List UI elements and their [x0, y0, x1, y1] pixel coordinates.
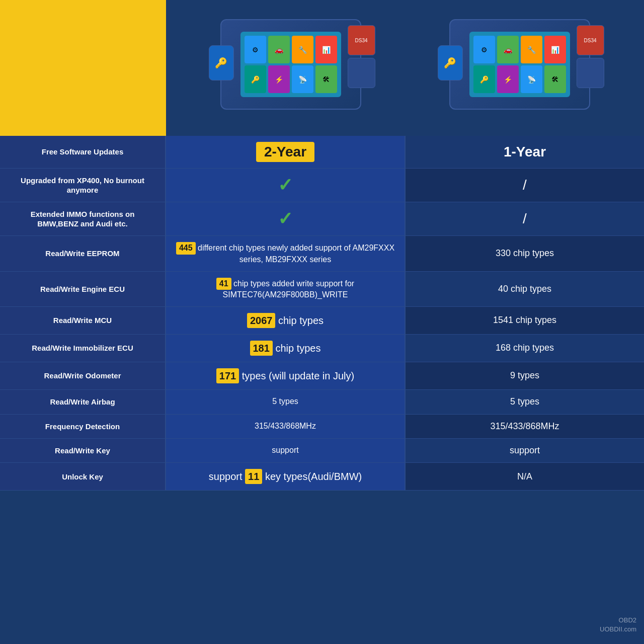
std-cell: 315/433/868MHz: [406, 415, 644, 438]
feature-cell: Extended IMMO functions on BMW,BENZ and …: [0, 202, 166, 235]
feature-label: Read/Write Key: [55, 446, 110, 456]
pro-highlight-num: 181: [250, 341, 273, 356]
table-row: Read/Write Keysupportsupport: [0, 439, 644, 463]
std-screen-icon-4: 📊: [544, 36, 566, 63]
feature-cell: Frequency Detection: [0, 415, 166, 438]
watermark: OBD2UOBDII.com: [600, 616, 636, 634]
accessory-2: [348, 58, 375, 88]
feature-cell: Free Software Updates: [0, 136, 166, 168]
std-content: 315/433/868MHz: [490, 421, 559, 432]
std-cell: 5 types: [406, 390, 644, 414]
std-device-image: 🔑 ⚙ 🚗 🔧 📊 🔑 ⚡ 📡 🛠 DS34: [449, 19, 590, 110]
table-row: Read/Write MCU2067 chip types1541 chip t…: [0, 307, 644, 335]
feature-cell: Read/Write Airbag: [0, 390, 166, 414]
pro-cell: 2-Year: [166, 136, 406, 168]
comparison-table: Free Software Updates2-Year1-YearUpgrade…: [0, 136, 644, 644]
pro-content: 2067 chip types: [247, 313, 324, 328]
std-content: 40 chip types: [498, 283, 551, 295]
feature-cell: Read/Write Key: [0, 439, 166, 462]
feature-label: Read/Write Engine ECU: [40, 284, 125, 294]
pro-cell: 445 different chip types newly added sup…: [166, 236, 406, 271]
table-row: Read/Write Engine ECU41 chip types added…: [0, 272, 644, 307]
pro-highlight-num: 41: [216, 278, 231, 290]
pro-checkmark: ✓: [278, 208, 293, 229]
table-row: Upgraded from XP400, No burnout anymore✓…: [0, 169, 644, 202]
table-row: Read/Write Airbag5 types5 types: [0, 390, 644, 414]
pro-cell: 315/433/868MHz: [166, 415, 406, 438]
table-row: Frequency Detection315/433/868MHz315/433…: [0, 415, 644, 439]
std-content: 9 types: [510, 370, 539, 381]
std-cell: 40 chip types: [406, 272, 644, 307]
pro-accessories: DS34: [348, 25, 375, 88]
std-cell: 9 types: [406, 362, 644, 389]
screen-icon-7: 📡: [292, 65, 313, 93]
pro-cell: ✓: [166, 169, 406, 202]
std-content: 330 chip types: [496, 248, 554, 259]
std-screen-icon-5: 🔑: [473, 65, 495, 93]
std-cell: /: [406, 202, 644, 235]
feature-cell: Read/Write MCU: [0, 307, 166, 334]
pro-key-fob: 🔑: [209, 45, 234, 80]
std-content: support: [510, 445, 540, 456]
main-container: 🔑 ⚙ 🚗 🔧 📊 🔑 ⚡ 📡 🛠 DS34: [0, 0, 644, 644]
std-cell: N/A: [406, 463, 644, 490]
std-cell: support: [406, 439, 644, 462]
std-accessory-2: [577, 58, 604, 88]
feature-label: Read/Write Airbag: [50, 397, 115, 407]
pro-cell: 2067 chip types: [166, 307, 406, 334]
std-product-box: 🔑 ⚙ 🚗 🔧 📊 🔑 ⚡ 📡 🛠 DS34: [449, 19, 590, 117]
feature-label: Read/Write Immobilizer ECU: [32, 343, 133, 353]
pro-2year: 2-Year: [256, 142, 314, 162]
table-row: Read/Write Immobilizer ECU181 chip types…: [0, 335, 644, 362]
std-slash: /: [523, 177, 527, 193]
pro-cell: ✓: [166, 202, 406, 235]
pro-highlight-num: 445: [176, 242, 196, 255]
pro-content: 445 different chip types newly added sup…: [174, 242, 397, 265]
feature-cell: Read/Write Odometer: [0, 362, 166, 389]
pro-content: support: [272, 445, 298, 456]
feature-label: Free Software Updates: [42, 147, 124, 157]
std-key-fob: 🔑: [438, 45, 463, 80]
table-row: Free Software Updates2-Year1-Year: [0, 136, 644, 169]
pro-content: 315/433/868MHz: [255, 421, 316, 432]
std-content: 1541 chip types: [493, 314, 556, 326]
std-content: N/A: [517, 471, 532, 482]
pro-cell: support: [166, 439, 406, 462]
immo-title-block: [0, 0, 166, 136]
pro-highlight-num: 11: [245, 469, 262, 484]
std-screen-icon-6: ⚡: [497, 65, 519, 93]
pro-cell: support 11 key types(Audi/BMW): [166, 463, 406, 490]
feature-cell: Read/Write Immobilizer ECU: [0, 335, 166, 362]
std-screen-icon-7: 📡: [521, 65, 542, 93]
feature-label: Read/Write EEPROM: [45, 249, 119, 259]
screen-icon-6: ⚡: [268, 65, 290, 93]
pro-checkmark: ✓: [278, 175, 293, 196]
feature-cell: Upgraded from XP400, No burnout anymore: [0, 169, 166, 202]
feature-cell: Unlock Key: [0, 463, 166, 490]
table-row: Extended IMMO functions on BMW,BENZ and …: [0, 202, 644, 236]
std-content: 168 chip types: [496, 342, 554, 354]
header-section: 🔑 ⚙ 🚗 🔧 📊 🔑 ⚡ 📡 🛠 DS34: [0, 0, 644, 136]
pro-product-box: 🔑 ⚙ 🚗 🔧 📊 🔑 ⚡ 📡 🛠 DS34: [220, 19, 361, 117]
feature-label: Unlock Key: [62, 472, 103, 482]
pro-content: support 11 key types(Audi/BMW): [209, 469, 362, 484]
std-cell: /: [406, 169, 644, 202]
std-1year: 1-Year: [504, 144, 546, 160]
screen-icon-5: 🔑: [245, 65, 266, 93]
screen-icon-8: 🛠: [315, 65, 337, 93]
std-slash: /: [523, 211, 527, 227]
screen-icon-2: 🚗: [268, 36, 290, 63]
std-accessory-1: DS34: [577, 25, 604, 55]
pro-cell: 41 chip types added write support for SI…: [166, 272, 406, 307]
table-row: Read/Write EEPROM445 different chip type…: [0, 236, 644, 272]
std-cell: 168 chip types: [406, 335, 644, 362]
pro-device-image: 🔑 ⚙ 🚗 🔧 📊 🔑 ⚡ 📡 🛠 DS34: [220, 19, 361, 110]
pro-highlight-num: 2067: [247, 313, 276, 328]
std-content: 5 types: [510, 396, 539, 408]
pro-highlight-num: 171: [216, 368, 239, 383]
feature-label: Upgraded from XP400, No burnout anymore: [10, 176, 155, 195]
pro-content: 171 types (will update in July): [216, 368, 354, 383]
table-row: Read/Write Odometer171 types (will updat…: [0, 362, 644, 390]
std-cell: 1-Year: [406, 136, 644, 168]
accessory-1: DS34: [348, 25, 375, 55]
